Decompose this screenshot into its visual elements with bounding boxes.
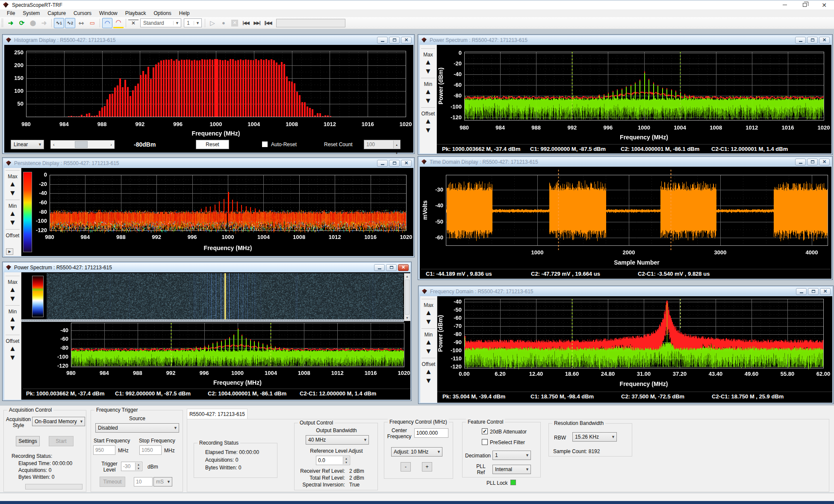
menu-options[interactable]: Options	[150, 9, 175, 17]
stop-icon[interactable]: ●	[218, 18, 229, 28]
close-button[interactable]: ✕	[820, 288, 831, 295]
trace-style2-icon[interactable]: ◠	[113, 18, 124, 28]
decrement-button[interactable]: -	[401, 462, 411, 472]
max-up-button[interactable]: ▲	[4, 285, 21, 294]
start-frequency-field[interactable]: 950	[93, 445, 115, 455]
maximize-button[interactable]	[807, 159, 818, 165]
play-icon[interactable]: ▷	[207, 18, 218, 28]
close-button[interactable]: ✕	[814, 0, 834, 10]
measure-icon[interactable]: ⇿	[76, 18, 86, 28]
max-up-button[interactable]: ▲	[420, 58, 436, 67]
minimize-button[interactable]	[377, 160, 388, 167]
restore-button[interactable]	[795, 0, 814, 10]
run-icon[interactable]: ➜	[6, 18, 16, 28]
output-bandwidth-combo[interactable]: 40 MHz▼	[306, 435, 369, 445]
max-down-button[interactable]: ▼	[420, 317, 437, 326]
settings-button[interactable]: Settings	[16, 436, 40, 446]
cancel-icon[interactable]: ✕	[231, 20, 238, 27]
min-up-button[interactable]: ▲	[420, 87, 436, 96]
titlebar[interactable]: Time Domain Display : R5500-427: 171213-…	[419, 157, 831, 166]
auto-reset-checkbox[interactable]	[262, 141, 268, 147]
start-button[interactable]: Start	[49, 436, 74, 446]
skip-forward-icon[interactable]: ▶▶|	[252, 18, 262, 28]
acq-style-combo[interactable]: On-Board Memory▼	[32, 417, 85, 426]
device-tab[interactable]: R5500-427: 171213-615	[187, 409, 248, 419]
maximize-button[interactable]	[389, 160, 400, 167]
timeout-units-combo[interactable]: mS▼	[153, 477, 172, 486]
max-down-button[interactable]: ▼	[4, 294, 21, 303]
timeout-button[interactable]: Timeout	[100, 477, 125, 487]
maximize-button[interactable]	[807, 37, 818, 44]
menu-window[interactable]: Window	[95, 9, 121, 17]
menu-help[interactable]: Help	[175, 9, 194, 17]
close-button[interactable]: ✕	[401, 37, 412, 44]
max-down-button[interactable]: ▼	[420, 67, 436, 76]
menu-system[interactable]: System	[19, 9, 44, 17]
source-combo[interactable]: Disabled▼	[95, 423, 179, 433]
min-down-button[interactable]: ▼	[420, 96, 436, 105]
menu-capture[interactable]: Capture	[44, 9, 70, 17]
zoom-rect-icon[interactable]: ▭	[87, 18, 97, 28]
titlebar[interactable]: Power Spectrum : R5500-427: 171213-615 ✕	[419, 35, 831, 44]
menu-playback[interactable]: Playback	[121, 9, 150, 17]
histogram-chart[interactable]	[4, 45, 413, 138]
scale-mode-combo[interactable]: Linear▼	[11, 140, 44, 149]
persistence-chart[interactable]	[21, 168, 413, 256]
min-down-button[interactable]: ▼	[4, 324, 21, 333]
rbw-combo[interactable]: 15.26 KHz▼	[572, 432, 617, 442]
offset-down-button[interactable]: ▼	[420, 376, 437, 385]
titlebar[interactable]: Power Spectrum : R5500-427: 171213-615 ✕	[3, 263, 410, 272]
time-domain-chart[interactable]	[420, 167, 831, 269]
cursor2-icon[interactable]: ∿2	[65, 18, 75, 28]
waterfall-scrollbar[interactable]: ▲▼	[404, 273, 410, 321]
max-up-button[interactable]: ▲	[420, 308, 437, 317]
minimize-button[interactable]	[374, 264, 385, 271]
ref-level-spinner[interactable]: 0.0▲▼	[316, 456, 350, 465]
record-disabled-icon[interactable]: ⬤	[28, 18, 38, 28]
level-scrollbar[interactable]: ‹›	[50, 140, 115, 149]
pll-ref-combo[interactable]: Internal▼	[492, 465, 531, 474]
min-up-button[interactable]: ▲	[420, 338, 437, 347]
menu-cursors[interactable]: Cursors	[70, 9, 95, 17]
attenuator-checkbox[interactable]: ✓	[482, 428, 488, 434]
menu-file[interactable]: File	[3, 9, 19, 17]
max-down-button[interactable]: ▼	[4, 189, 21, 197]
close-button[interactable]: ✕	[819, 37, 830, 44]
timeout-field[interactable]: 10	[134, 477, 153, 486]
offset-up-button[interactable]: ▲	[420, 367, 437, 376]
minimize-button[interactable]	[377, 37, 388, 44]
offset-down-button[interactable]: ▼	[4, 353, 21, 362]
max-up-button[interactable]: ▲	[4, 180, 21, 189]
maximize-button[interactable]	[808, 288, 819, 295]
min-up-button[interactable]: ▲	[4, 315, 21, 324]
maximize-button[interactable]	[389, 37, 400, 44]
spectrum-chart[interactable]	[21, 322, 410, 389]
preselect-checkbox[interactable]	[482, 439, 488, 445]
frequency-domain-chart[interactable]	[437, 296, 832, 392]
clear-trace-icon[interactable]: ✕	[128, 20, 139, 27]
waterfall-chart[interactable]	[21, 272, 404, 322]
histogram-titlebar[interactable]: Histogram Display : R5500-427: 171213-61…	[3, 35, 413, 44]
skip-back-icon[interactable]: |◀◀	[241, 18, 251, 28]
titlebar[interactable]: Frequency Domain : R5500-427: 171213-615…	[419, 287, 832, 296]
offset-up-button[interactable]: ▲	[4, 344, 21, 353]
spectrum-chart[interactable]	[437, 45, 831, 144]
minimize-button[interactable]	[795, 159, 806, 165]
minimize-button[interactable]	[796, 288, 807, 295]
stop-frequency-field[interactable]: 1050	[139, 445, 162, 455]
maximize-button[interactable]	[386, 264, 397, 271]
offset-down-button[interactable]: ▼	[420, 126, 436, 135]
min-down-button[interactable]: ▼	[420, 347, 437, 356]
step-icon[interactable]: ||◀◀	[263, 18, 273, 28]
close-button[interactable]: ✕	[401, 160, 412, 167]
adjust-step-combo[interactable]: Adjust: 10 MHz▼	[391, 447, 442, 457]
minimize-button[interactable]	[775, 0, 795, 10]
increment-button[interactable]: +	[422, 462, 432, 472]
reset-button[interactable]: Reset	[196, 140, 229, 149]
close-button[interactable]: ✕	[398, 264, 409, 271]
decimation-combo[interactable]: 1▼	[492, 451, 531, 460]
trace-style1-icon[interactable]: ◠	[102, 18, 112, 28]
min-up-button[interactable]: ▲	[4, 209, 21, 218]
forward-disabled-icon[interactable]: ➜	[39, 18, 49, 28]
close-button[interactable]: ✕	[819, 159, 830, 165]
